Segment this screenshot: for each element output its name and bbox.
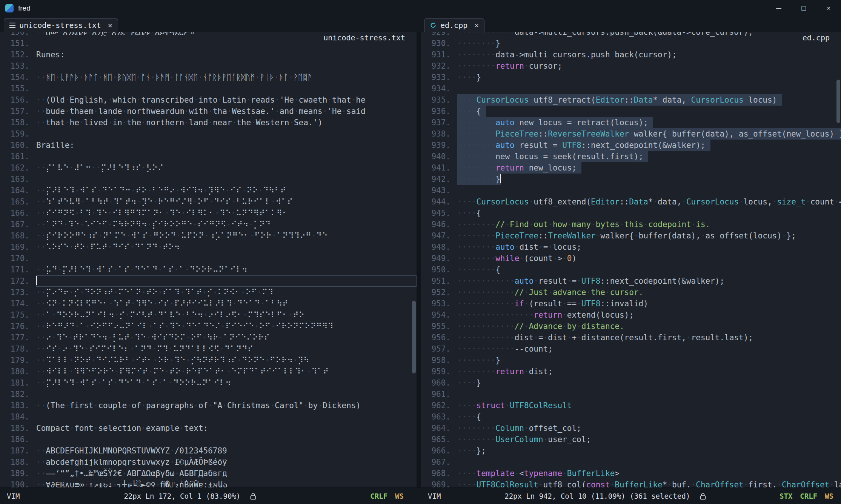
editor-line[interactable]: 959.········return·dist;	[421, 366, 841, 377]
editor-line[interactable]: 956.············dist·=·dist·+·distance(r…	[421, 332, 841, 343]
editor-line[interactable]: 958.········}	[421, 355, 841, 366]
editor-line[interactable]: 170.	[0, 253, 417, 264]
editor-line[interactable]: 171.··⡥⠙·⡍⠜⠇⠑⠹·⠺⠁⠎·⠁⠎·⠙⠑⠁⠙·⠁⠎·⠁·⠙⠕⠕⠗⠤⠝⠁⠊…	[0, 264, 417, 275]
editor-line[interactable]: 952.············//·Just·advance·the·curs…	[421, 287, 841, 298]
editor-line[interactable]: 948.········auto·dist·=·locus;	[421, 241, 841, 253]
editor-line[interactable]: 954.················return·extend(locus)…	[421, 309, 841, 321]
editor-line[interactable]: 934.	[421, 83, 841, 94]
editor-line[interactable]: 964.········Column·offset_col;	[421, 423, 841, 434]
editor-line[interactable]: 158.··that·he·lived·in·the·northern·land…	[0, 117, 417, 128]
status-flag-ws[interactable]: WS	[395, 492, 404, 500]
right-scrollbar[interactable]	[836, 32, 841, 487]
editor-line[interactable]: 188.··abcdefghijklmnopqrstuvwxyz·£©µÀÆÖÞ…	[0, 456, 417, 468]
editor-line[interactable]: 951.············auto·result·=·UTF8::next…	[421, 275, 841, 287]
editor-line[interactable]: 155.	[0, 83, 417, 94]
editor-line[interactable]: 937.········auto·new_locus·=·retract(loc…	[421, 117, 841, 128]
editor-line[interactable]: 169.··⠡⠕⠎⠑·⠞⠕·⠏⠥⠞·⠙⠊⠎·⠙⠁⠝⠙·⠞⠕⠲	[0, 241, 417, 253]
editor-line[interactable]: 930.········}	[421, 38, 841, 49]
editor-line[interactable]: 936.····{	[421, 106, 841, 117]
editor-line[interactable]: 187.··ABCDEFGHIJKLMNOPQRSTUVWXYZ·/012345…	[0, 445, 417, 456]
editor-line[interactable]: 153.	[0, 60, 417, 72]
editor-line[interactable]: 933.····}	[421, 72, 841, 83]
scrollbar-thumb[interactable]	[412, 301, 416, 373]
editor-line[interactable]: 941.········return·new_locus;	[421, 162, 841, 174]
editor-line[interactable]: 961.	[421, 389, 841, 400]
editor-line[interactable]: 178.··⠊⠎·⠔·⠹⠑·⠎⠊⠍⠊⠇⠑⠆·⠁⠝⠙·⠍⠹·⠥⠝⠙⠁⠇⠇⠪⠫·⠙⠁…	[0, 343, 417, 355]
editor-line[interactable]: 161.	[0, 151, 417, 162]
editor-line[interactable]: 940.········new_locus·=·seek(result.firs…	[421, 151, 841, 162]
editor-line[interactable]: 156.··(Old·English,·which·transcribed·in…	[0, 94, 417, 106]
line-number: 932.	[421, 60, 457, 72]
editor-line[interactable]: 177.··⠔·⠹⠑·⠞⠗⠁⠙⠑⠲·⡃⠥⠞·⠹⠑·⠺⠊⠎⠙⠕⠍·⠕⠋·⠳⠗·⠁⠝…	[0, 332, 417, 343]
status-flag-ws[interactable]: WS	[825, 492, 833, 500]
editor-line[interactable]: 965.········UserColumn·user_col;	[421, 434, 841, 445]
editor-line[interactable]: 953.············if·(result·==·UTF8::inva…	[421, 298, 841, 309]
editor-line[interactable]: 180.··⠺⠊⠇⠇·⠹⠻⠑⠋⠕⠗⠑·⠏⠻⠍⠊⠞·⠍⠑·⠞⠕·⠗⠑⠏⠑⠁⠞⠂·⠑…	[0, 366, 417, 377]
editor-line[interactable]: 157.··bude·thaem·lande·northweardum·with…	[0, 106, 417, 117]
status-flag-crlf[interactable]: CRLF	[370, 492, 387, 500]
left-editor-pane[interactable]: unicode-stress.txt 150.··ሰው·እንደቤቱ·እንጅ·እን…	[0, 32, 417, 487]
editor-line[interactable]: 939.········auto·result·=·UTF8::next_cod…	[421, 140, 841, 151]
editor-line[interactable]: 159.	[0, 128, 417, 140]
editor-line[interactable]: 173.··⡍⠔⠙⠖·⡊·⠙⠕⠝⠰⠞·⠍⠑⠁⠝·⠞⠕·⠎⠁⠹·⠹⠁⠞·⡊·⠅⠝⠪…	[0, 287, 417, 298]
tab-ed-cpp[interactable]: ed.cpp ×	[424, 18, 484, 32]
editor-line[interactable]: 967.	[421, 456, 841, 468]
editor-line[interactable]: 962.····struct·UTF8ColResult	[421, 400, 841, 411]
editor-line[interactable]: 950.········{	[421, 264, 841, 275]
editor-line[interactable]: 154.··ᚻᛖ·ᚳᚹᚫᚦ·ᚦᚫᛏ·ᚻᛖ·ᛒᚢᛞᛖ·ᚩᚾ·ᚦᚫᛗ·ᛚᚪᚾᛞᛖ·ᚾ…	[0, 72, 417, 83]
editor-line[interactable]: 164.··⡍⠜⠇⠑⠹·⠺⠁⠎·⠙⠑⠁⠙⠒·⠞⠕·⠃⠑⠛⠔·⠺⠊⠹⠲·⡹⠻⠑·⠊…	[0, 185, 417, 196]
editor-line[interactable]: 960.····}	[421, 377, 841, 389]
editor-line[interactable]: 944.····CursorLocus·utf8_extend(Editor::…	[421, 196, 841, 207]
editor-line[interactable]: 932.········return·cursor;	[421, 60, 841, 72]
editor-line[interactable]: 938.········PieceTree::ReverseTreeWalker…	[421, 128, 841, 140]
editor-line[interactable]: 942.········}	[421, 174, 841, 185]
editor-line[interactable]: 163.	[0, 174, 417, 185]
right-editor-pane[interactable]: ed.cpp 929.············data->multi_curso…	[421, 32, 841, 487]
scrollbar-thumb[interactable]	[836, 80, 840, 123]
editor-line[interactable]: 162.··⡌⠁⠧⠑·⠼⠁⠒··⡍⠜⠇⠑⠹⠰⠎·⡣⠕⠌	[0, 162, 417, 174]
editor-line[interactable]: 176.··⠗⠑⠛⠜⠙·⠁·⠊⠕⠋⠋⠔⠤⠝⠁⠊⠇·⠁⠎·⠹⠑·⠙⠑⠁⠙⠑⠌·⠏⠊…	[0, 321, 417, 332]
tab-close-icon[interactable]: ×	[474, 21, 479, 30]
editor-line[interactable]: 969.····UTF8ColResult·utf8_col(const·Buf…	[421, 479, 841, 487]
editor-line[interactable]: 946.········//·Find·out·how·many·bytes·t…	[421, 219, 841, 230]
editor-line[interactable]: 957.············--count;	[421, 343, 841, 355]
editor-line[interactable]: 183.··(The·first·couple·of·paragraphs·of…	[0, 400, 417, 411]
editor-line[interactable]: 189.··–—‘“”„†•…‰™œŠŸž€·ΑΒΓΔΩαβγδω·АБВГДа…	[0, 468, 417, 479]
editor-line[interactable]: 181.··⡍⠜⠇⠑⠹·⠺⠁⠎·⠁⠎·⠙⠑⠁⠙·⠁⠎·⠁·⠙⠕⠕⠗⠤⠝⠁⠊⠇⠲	[0, 377, 417, 389]
editor-line[interactable]: 174.··⠪⠝·⠅⠝⠪⠇⠫⠛⠑⠂·⠱⠁⠞·⠹⠻⠑·⠊⠎·⠏⠜⠞⠊⠊⠥⠇⠜⠇⠹·…	[0, 298, 417, 309]
editor-line[interactable]: 931.········data->multi_cursors.push_bac…	[421, 49, 841, 60]
editor-line[interactable]: 190.··∀∂∈ℝ∧∪≡∞·↑↗↨↻⇣·┐┼╔╘░►☺♀·ﬁ�⑀₂ἠḂӥẄɐː…	[0, 479, 417, 487]
editor-line[interactable]: 167.··⠁⠝⠙·⠹⠑·⠡⠊⠑⠋·⠍⠳⠗⠝⠻⠲·⡎⠊⠗⠕⠕⠛⠑·⠎⠊⠛⠝⠫·⠊…	[0, 219, 417, 230]
editor-line[interactable]: 935.····CursorLocus·utf8_retract(Editor:…	[421, 94, 841, 106]
editor-line[interactable]: 179.··⠩⠁⠇⠇·⠝⠕⠞·⠙⠊⠌⠥⠗⠃·⠊⠞⠂·⠕⠗·⠹⠑·⡊⠳⠝⠞⠗⠹⠰⠎…	[0, 355, 417, 366]
editor-line[interactable]: 968.····template·<typename·BufferLike>	[421, 468, 841, 479]
close-button[interactable]: ×	[816, 0, 841, 17]
editor-line[interactable]: 152.Runes:	[0, 49, 417, 60]
pane-divider[interactable]	[417, 32, 421, 487]
editor-line[interactable]: 929.············data->multi_cursors.push…	[421, 32, 841, 38]
editor-line[interactable]: 949.········while·(count·>·0)	[421, 253, 841, 264]
editor-line[interactable]: 185.Compact·font·selection·example·text:	[0, 423, 417, 434]
left-scrollbar[interactable]	[411, 32, 417, 487]
editor-line[interactable]: 168.··⡎⠊⠗⠕⠕⠛⠑⠰⠎·⠝⠁⠍⠑·⠺⠁⠎·⠛⠕⠕⠙·⠥⠏⠕⠝·⠰⡡⠁⠝⠛…	[0, 230, 417, 241]
editor-line[interactable]: 943.	[421, 185, 841, 196]
editor-line[interactable]: 175.··⠁·⠙⠕⠕⠗⠤⠝⠁⠊⠇⠲·⡊·⠍⠊⠣⠞·⠙⠁⠧⠑·⠃⠑⠲·⠔⠊⠇⠔⠫…	[0, 309, 417, 321]
editor-line[interactable]: 963.····{	[421, 411, 841, 423]
editor-line[interactable]: 165.··⠱⠁⠞⠑⠧⠻·⠁⠃⠳⠞·⠹⠁⠞⠲·⡹⠑·⠗⠑⠛⠊⠌⠻·⠕⠋·⠙⠊⠎·…	[0, 196, 417, 207]
editor-line[interactable]: 182.	[0, 389, 417, 400]
editor-line[interactable]: 947.········PieceTree::TreeWalker·walker…	[421, 230, 841, 241]
tab-close-icon[interactable]: ×	[108, 21, 112, 30]
minimize-button[interactable]: ─	[766, 0, 791, 17]
editor-line[interactable]: 166.··⠎⠊⠛⠝⠫·⠃⠹·⠹⠑·⠊⠇⠻⠛⠹⠍⠁⠝⠂·⠹⠑·⠊⠇⠻⠅⠂·⠹⠑·…	[0, 207, 417, 219]
maximize-button[interactable]: □	[791, 0, 816, 17]
editor-line[interactable]: 186.	[0, 434, 417, 445]
tab-unicode-stress-txt[interactable]: unicode-stress.txt ×	[4, 18, 118, 32]
editor-line[interactable]: 945.····{	[421, 207, 841, 219]
status-flag-stx[interactable]: STX	[780, 492, 792, 500]
editor-line[interactable]: 160.Braille:	[0, 140, 417, 151]
editor-line[interactable]: 966.····};	[421, 445, 841, 456]
status-flag-crlf[interactable]: CRLF	[800, 492, 817, 500]
editor-line[interactable]: 172.	[0, 275, 417, 287]
editor-line[interactable]: 955.············//·Advance·by·distance.	[421, 321, 841, 332]
editor-line[interactable]: 184.	[0, 411, 417, 423]
